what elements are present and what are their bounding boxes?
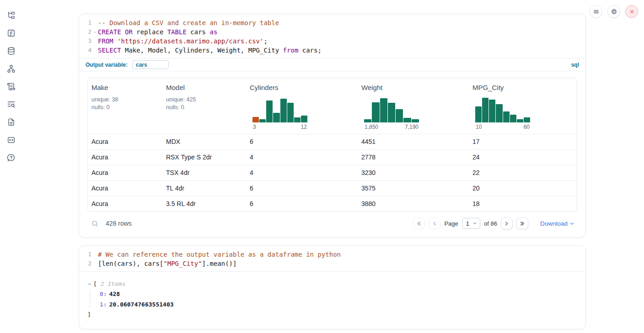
column-header-mpg_city[interactable]: MPG_City1060 [469, 78, 577, 134]
first-page-button[interactable] [413, 217, 425, 229]
scratchpad-button[interactable] [6, 82, 16, 91]
histogram-bar [364, 119, 371, 122]
menu-button[interactable] [590, 5, 602, 18]
table-cell: 3230 [358, 165, 469, 180]
chat-help-icon [7, 153, 16, 162]
table-cell: 3575 [358, 181, 469, 196]
table-cell: 6 [246, 134, 358, 149]
code-line: 4SELECT Make, Model, Cylinders, Weight, … [79, 46, 585, 55]
table-row[interactable]: AcuraTSX 4dr4323022 [88, 165, 577, 180]
column-header-cylinders[interactable]: Cylinders312 [246, 78, 358, 134]
table-cell: 6 [246, 196, 358, 211]
fn-icon [7, 29, 16, 37]
histogram-axis: 1,8507,190 [364, 124, 419, 130]
histogram-bar [259, 119, 266, 122]
tree-root-row[interactable]: [ 2 Items [87, 280, 577, 287]
histogram-bar [396, 109, 403, 122]
histogram-bar [403, 118, 411, 122]
line-number: 2 [79, 27, 91, 37]
table-header-row: Makeunique: 38nulls: 0Modelunique: 425nu… [88, 78, 577, 134]
line-number: 2 [79, 259, 91, 268]
sidebar [0, 0, 22, 333]
histogram-bar [294, 117, 301, 122]
snippets-button[interactable] [6, 135, 16, 144]
documentation-button[interactable] [6, 117, 16, 127]
histogram-bar [273, 113, 279, 122]
dependencies-button[interactable] [6, 64, 16, 73]
table-row[interactable]: Acura3.5 RL 4dr6388018 [88, 196, 577, 211]
output-variable-input[interactable] [132, 60, 169, 69]
column-header-model[interactable]: Modelunique: 425nulls: 0 [162, 78, 246, 134]
line-number: 1 [79, 250, 91, 259]
table-cell: 24 [469, 150, 577, 165]
page-select[interactable]: 1 [462, 218, 480, 229]
table-cell: 3.5 RL 4dr [162, 196, 246, 211]
chevrons-right-icon [519, 221, 525, 227]
column-header-make[interactable]: Makeunique: 38nulls: 0 [88, 78, 162, 134]
table-search-button[interactable] [91, 219, 99, 227]
table-cell: Acura [88, 165, 162, 180]
variables-button[interactable] [6, 28, 16, 37]
table-row[interactable]: AcuraRSX Type S 2dr4277824 [88, 149, 577, 165]
page-label: Page [444, 220, 458, 227]
histogram-bar [252, 117, 259, 122]
code-line: 1# We can reference the output variable … [79, 250, 585, 259]
tree-entry-index: 1: [100, 301, 107, 308]
table-row[interactable]: AcuraTL 4dr6357520 [88, 180, 577, 196]
logs-button[interactable] [6, 100, 16, 109]
row-count: 428 rows [106, 220, 132, 227]
search-icon [91, 220, 99, 227]
download-label: Download [540, 220, 568, 227]
table-cell: 6 [246, 181, 358, 196]
column-header-weight[interactable]: Weight1,8507,190 [358, 78, 469, 134]
table-cell: 20 [469, 181, 577, 196]
table-cell: Acura [88, 150, 162, 165]
column-stats: unique: 38nulls: 0 [91, 96, 159, 111]
table-cell: 4451 [358, 134, 469, 149]
page-select-value: 1 [466, 220, 469, 227]
column-stats: unique: 425nulls: 0 [166, 96, 242, 111]
fold-toggle[interactable] [91, 27, 98, 37]
table-cell: 3880 [358, 196, 469, 211]
fold-chevron-icon [93, 30, 97, 34]
code-line: 3FROM 'https://datasets.marimo.app/cars.… [79, 37, 585, 46]
settings-button[interactable] [607, 5, 620, 18]
line-number: 4 [79, 46, 91, 55]
table-cell: RSX Type S 2dr [162, 150, 246, 165]
topbar [590, 5, 638, 18]
column-histogram: 312 [252, 97, 307, 130]
open-bracket: [ [93, 280, 97, 287]
histogram-bar [482, 98, 488, 122]
tree-entry-index: 0: [100, 291, 107, 297]
python-output-area: [ 2 Items 0:4281:20.060747663551403 ] [79, 271, 585, 329]
download-button[interactable]: Download [540, 220, 574, 227]
tree-entry: 1:20.060747663551403 [100, 301, 577, 308]
histogram-bar [503, 111, 510, 122]
sql-editor[interactable]: 1-- Download a CSV and create an in-memo… [79, 14, 585, 58]
next-page-button[interactable] [501, 217, 513, 229]
last-page-button[interactable] [516, 217, 528, 229]
sql-cell: 1-- Download a CSV and create an in-memo… [79, 14, 586, 238]
chevron-right-icon [504, 221, 510, 227]
column-name: Make [91, 84, 159, 91]
data-sources-button[interactable] [6, 46, 16, 55]
data-table: Makeunique: 38nulls: 0Modelunique: 425nu… [87, 78, 577, 212]
table-cell: Acura [88, 134, 162, 149]
histogram-bar [517, 119, 523, 122]
python-cell: 1# We can reference the output variable … [79, 245, 586, 329]
python-editor[interactable]: 1# We can reference the output variable … [79, 246, 585, 271]
table-cell: TSX 4dr [162, 165, 246, 180]
help-button[interactable] [6, 153, 16, 162]
table-cell: Acura [88, 181, 162, 196]
shutdown-button[interactable] [625, 5, 638, 18]
previous-page-button[interactable] [429, 217, 440, 229]
file-explorer-button[interactable] [6, 11, 16, 20]
chevrons-left-icon [416, 221, 422, 227]
code-line: 2CREATE OR replace TABLE cars as [79, 27, 585, 37]
table-row[interactable]: AcuraMDX6445117 [88, 134, 577, 149]
menu-icon [593, 8, 600, 15]
histogram-bar [266, 100, 273, 122]
table-cell: 17 [469, 134, 577, 149]
histogram-bar [380, 98, 387, 122]
column-histogram: 1,8507,190 [364, 97, 419, 130]
